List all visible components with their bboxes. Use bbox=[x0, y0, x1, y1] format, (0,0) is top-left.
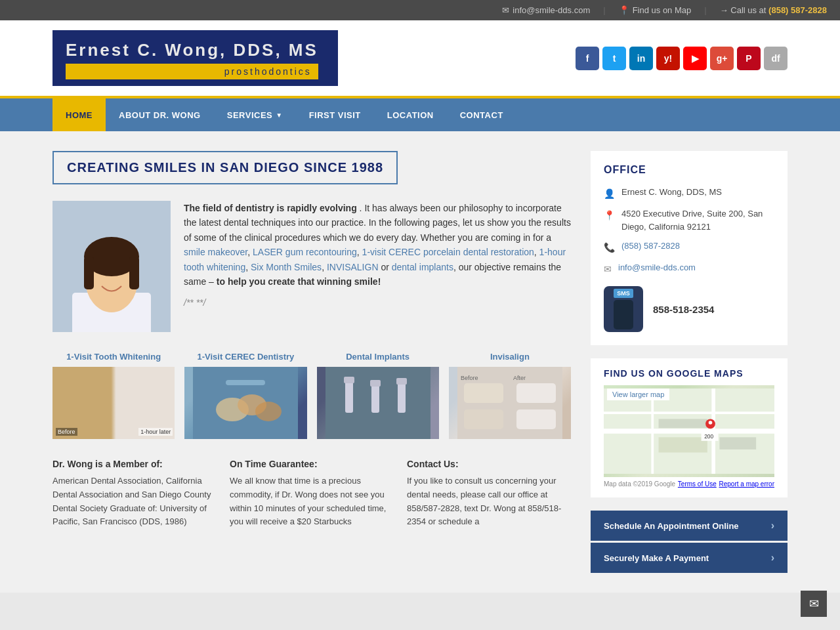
cerec-link[interactable]: 1-visit CEREC porcelain dental restorati… bbox=[362, 247, 534, 257]
terms-link[interactable]: Terms of Use bbox=[678, 480, 717, 488]
svg-rect-13 bbox=[345, 380, 353, 413]
googleplus-icon[interactable]: g+ bbox=[710, 47, 734, 70]
map-link-text: Find us on Map bbox=[633, 5, 692, 15]
map-icon: 📍 bbox=[619, 5, 629, 15]
service-implants: Dental Implants bbox=[317, 352, 439, 439]
page-title: CREATING SMILES IN SAN DIEGO SINCE 1988 bbox=[67, 160, 383, 175]
view-larger-map-link[interactable]: View larger map bbox=[607, 388, 669, 400]
header: Ernest C. Wong, DDS, MS prosthodontics f… bbox=[0, 20, 840, 98]
phone-link[interactable]: (858) 587-2828 bbox=[621, 240, 680, 253]
map-footer: Map data ©2019 Google Terms of Use Repor… bbox=[604, 480, 774, 488]
email-link[interactable]: info@smile-dds.com bbox=[618, 261, 696, 274]
email-link[interactable]: ✉ info@smile-dds.com bbox=[502, 5, 590, 15]
call-text: Call us at bbox=[730, 5, 766, 15]
svg-rect-15 bbox=[371, 383, 379, 413]
intro-cta: to help you create that winning smile! bbox=[217, 276, 381, 287]
phone-device-icon bbox=[614, 300, 633, 329]
services-dropdown-arrow: ▼ bbox=[276, 112, 282, 119]
doctor-name-text: Ernest C. Wong, DDS, MS bbox=[621, 186, 722, 199]
nav-services[interactable]: SERVICES ▼ bbox=[214, 98, 296, 131]
service-invisalign-image: Before After bbox=[449, 367, 571, 439]
map-box: FIND US ON GOOGLE MAPS bbox=[591, 358, 788, 497]
svg-rect-14 bbox=[344, 377, 354, 383]
contact-text: If you like to consult us concerning you… bbox=[407, 474, 571, 529]
svg-rect-33 bbox=[659, 437, 707, 452]
svg-text:200: 200 bbox=[704, 433, 713, 440]
schedule-appointment-button[interactable]: Schedule An Appointment Online › bbox=[591, 511, 788, 541]
nav-location-label: LOCATION bbox=[387, 110, 434, 120]
page-title-box: CREATING SMILES IN SAN DIEGO SINCE 1988 bbox=[52, 151, 398, 184]
laser-gum-link[interactable]: LASER gum recontouring bbox=[253, 247, 357, 257]
office-phone: 📞 (858) 587-2828 bbox=[604, 240, 774, 255]
nav-first-visit-label: FIRST VISIT bbox=[309, 110, 361, 120]
svg-rect-18 bbox=[396, 378, 407, 385]
intro-bold: The field of dentistry is rapidly evolvi… bbox=[184, 203, 357, 213]
logo-subtitle: prosthodontics bbox=[66, 64, 318, 79]
sms-badge: SMS bbox=[614, 289, 633, 298]
logo-title: Ernest C. Wong, DDS, MS bbox=[66, 40, 318, 60]
guarantee-heading: On Time Guarantee: bbox=[230, 459, 394, 469]
yelp-icon[interactable]: y! bbox=[656, 47, 680, 70]
svg-rect-17 bbox=[398, 381, 406, 413]
service-cerec-link[interactable]: 1-Visit CEREC Dentistry bbox=[184, 352, 306, 362]
svg-rect-25 bbox=[516, 410, 556, 429]
intro-text: The field of dentistry is rapidly evolvi… bbox=[184, 201, 571, 332]
chevron-right-icon: › bbox=[771, 520, 774, 532]
intro-image bbox=[52, 201, 171, 332]
svg-rect-32 bbox=[719, 437, 756, 450]
nav-contact[interactable]: CONTACT bbox=[447, 98, 516, 131]
make-payment-button[interactable]: Securely Make A Payment › bbox=[591, 543, 788, 573]
dental-implants-link[interactable]: dental implants bbox=[392, 262, 453, 272]
service-whitening-link[interactable]: 1-Visit Tooth Whitening bbox=[52, 352, 175, 362]
arrow-icon: → bbox=[720, 5, 728, 15]
services-grid: 1-Visit Tooth Whitening 1-Visit CEREC De… bbox=[52, 352, 571, 439]
membership-heading: Dr. Wong is a Member of: bbox=[52, 459, 217, 469]
map-link[interactable]: 📍 Find us on Map bbox=[619, 5, 692, 15]
call-label: → Call us at (858) 587-2828 bbox=[720, 5, 827, 15]
address-text: 4520 Executive Drive, Suite 200, San Die… bbox=[621, 207, 774, 233]
service-invisalign-link[interactable]: Invisalign bbox=[449, 352, 571, 362]
office-email: ✉ info@smile-dds.com bbox=[604, 261, 774, 276]
invisalign-link[interactable]: INVISALIGN bbox=[327, 262, 379, 272]
nav-first-visit[interactable]: FIRST VISIT bbox=[296, 98, 374, 131]
office-doctor-name: 👤 Ernest C. Wong, DDS, MS bbox=[604, 186, 774, 201]
phone-number: (858) 587-2828 bbox=[768, 5, 827, 15]
report-error-link[interactable]: Report a map error bbox=[719, 480, 774, 488]
divider: | bbox=[603, 5, 605, 15]
guarantee-col: On Time Guarantee: We all know that time… bbox=[230, 459, 394, 529]
svg-point-10 bbox=[255, 402, 282, 421]
contact-heading: Contact Us: bbox=[407, 459, 571, 469]
service-invisalign: Invisalign Before After bbox=[449, 352, 571, 439]
pinterest-icon[interactable]: P bbox=[737, 47, 761, 70]
nav-home[interactable]: HOME bbox=[52, 98, 106, 131]
phone-icon: 📞 bbox=[604, 241, 615, 255]
service-implants-link[interactable]: Dental Implants bbox=[317, 352, 439, 362]
youtube-icon[interactable]: ▶ bbox=[683, 47, 707, 70]
linkedin-icon[interactable]: in bbox=[629, 47, 653, 70]
membership-text: American Dental Association, California … bbox=[52, 474, 217, 529]
social-icons: f t in y! ▶ g+ P df bbox=[576, 47, 788, 70]
nav-about[interactable]: ABOUT DR. WONG bbox=[106, 98, 214, 131]
svg-rect-11 bbox=[226, 380, 265, 385]
guarantee-text: We all know that time is a precious comm… bbox=[230, 474, 394, 529]
service-cerec: 1-Visit CEREC Dentistry bbox=[184, 352, 306, 439]
mail-fab-button[interactable]: ✉ bbox=[801, 591, 827, 593]
nav-services-label: SERVICES bbox=[227, 110, 273, 120]
logo-area: Ernest C. Wong, DDS, MS prosthodontics bbox=[52, 30, 338, 86]
content-area: CREATING SMILES IN SAN DIEGO SINCE 1988 bbox=[52, 151, 591, 573]
six-month-link[interactable]: Six Month Smiles bbox=[251, 262, 322, 272]
nav-location[interactable]: LOCATION bbox=[374, 98, 447, 131]
dex-icon[interactable]: df bbox=[764, 47, 788, 70]
placeholder-code: /** **/ bbox=[184, 295, 571, 310]
map-data-label: Map data ©2019 Google bbox=[604, 480, 675, 488]
facebook-icon[interactable]: f bbox=[576, 47, 599, 70]
svg-text:After: After bbox=[513, 375, 526, 381]
svg-rect-5 bbox=[84, 257, 94, 289]
twitter-icon[interactable]: t bbox=[602, 47, 626, 70]
svg-rect-22 bbox=[464, 383, 503, 403]
cta-buttons: Schedule An Appointment Online › Securel… bbox=[591, 511, 788, 573]
smile-makeover-link[interactable]: smile makeover bbox=[184, 247, 247, 257]
intro-section: The field of dentistry is rapidly evolvi… bbox=[52, 201, 571, 332]
service-implants-image bbox=[317, 367, 439, 439]
sms-number: 858-518-2354 bbox=[653, 304, 714, 315]
